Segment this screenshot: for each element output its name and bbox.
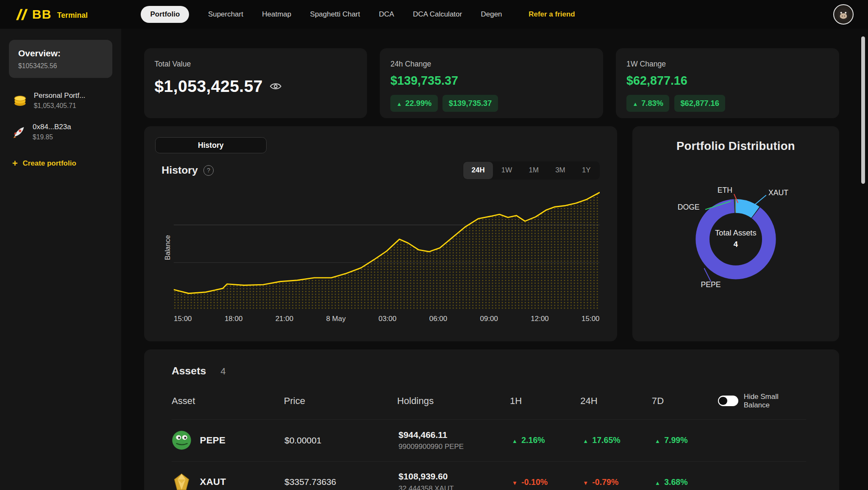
portfolio-texts: Personal Portf... $1,053,405.71 [34, 91, 86, 110]
slice-label-xaut: XAUT [768, 188, 788, 197]
nav-item-dca[interactable]: DCA [379, 10, 394, 19]
sidebar-item-overview[interactable]: Overview: $1053425.56 [9, 40, 112, 78]
nav-item-degen[interactable]: Degen [481, 10, 502, 19]
up-triangle-icon [512, 435, 517, 445]
refer-a-friend-link[interactable]: Refer a friend [529, 10, 575, 19]
change-1w-value: $62,877.16 [626, 74, 829, 88]
nav-item-portfolio[interactable]: Portfolio [141, 6, 189, 23]
distribution-title: Portfolio Distribution [645, 139, 826, 153]
range-1m[interactable]: 1M [520, 162, 547, 179]
asset-price: $3357.73636 [284, 477, 398, 487]
history-tab[interactable]: History [155, 137, 267, 154]
logo-suffix: Terminal [57, 11, 88, 20]
x-tick: 8 May [326, 315, 345, 323]
change-24h-label: 24h Change [390, 60, 593, 69]
up-triangle-icon [632, 99, 638, 108]
slice-label-eth: ETH [718, 186, 732, 195]
range-3m[interactable]: 3M [547, 162, 574, 179]
slice-label-pepe: PEPE [701, 280, 721, 289]
assets-title: Assets [172, 365, 206, 377]
plus-icon: + [12, 159, 18, 168]
help-icon[interactable]: ? [203, 165, 214, 175]
line-chart-plot [174, 185, 599, 310]
total-value-card: Total Value $1,053,425.57 [144, 48, 367, 119]
history-chart[interactable]: Balance [161, 185, 599, 310]
col-price: Price [284, 396, 397, 407]
portfolio-distribution-card: Portfolio Distribution Total Assets 4 ET… [632, 126, 839, 341]
nav-item-spaghetti-chart[interactable]: Spaghetti Chart [310, 10, 360, 19]
asset-symbol: PEPE [200, 435, 225, 446]
top-nav: BB Terminal Portfolio Superchart Heatmap… [0, 0, 868, 29]
change-1w-label: 1W Change [626, 60, 829, 69]
up-triangle-icon [655, 477, 660, 487]
summary-row: Total Value $1,053,425.57 24h Change $13… [144, 48, 840, 119]
logo-text: BB [32, 7, 52, 22]
nav-menu: Portfolio Superchart Heatmap Spaghetti C… [141, 6, 575, 23]
history-card: History History ? 24H 1W 1M 3M 1Y B [144, 126, 618, 341]
user-avatar[interactable] [833, 4, 854, 25]
change-1h: -0.10% [512, 477, 583, 487]
assets-table-header: Asset Price Holdings 1H 24H 7D Hide Smal… [172, 393, 806, 420]
portfolio-value: $19.85 [33, 133, 71, 141]
eye-icon[interactable] [270, 82, 282, 91]
nav-item-heatmap[interactable]: Heatmap [262, 10, 291, 19]
range-1w[interactable]: 1W [493, 162, 520, 179]
up-triangle-icon [583, 435, 588, 445]
table-row-pepe[interactable]: PEPE $0.00001 $944,466.11 99009900990 PE… [172, 420, 806, 462]
logo[interactable]: BB Terminal [14, 7, 88, 22]
portfolio-name: 0x84...B23a [33, 123, 71, 131]
app-root: BB Terminal Portfolio Superchart Heatmap… [0, 0, 868, 490]
col-7d: 7D [652, 396, 718, 407]
nav-item-dca-calculator[interactable]: DCA Calculator [413, 10, 462, 19]
y-axis-label: Balance [164, 235, 172, 260]
create-portfolio-label: Create portfolio [22, 159, 76, 168]
change-24h-pct-badge: 22.99% [390, 95, 437, 112]
donut-chart[interactable]: Total Assets 4 ETH XAUT DOGE PEPE [645, 158, 826, 324]
x-tick: 06:00 [429, 315, 447, 323]
sidebar: Overview: $1053425.56 Personal Portf... … [0, 29, 121, 490]
page-scrollbar[interactable] [861, 36, 865, 183]
range-selector: 24H 1W 1M 3M 1Y [463, 161, 600, 180]
portfolio-value: $1,053,405.71 [34, 102, 86, 110]
change-1w-card: 1W Change $62,877.16 7.83% $62,877.16 [616, 48, 839, 119]
nav-item-superchart[interactable]: Superchart [208, 10, 243, 19]
range-24h[interactable]: 24H [463, 162, 493, 179]
change-7d: 7.99% [655, 435, 721, 445]
x-tick: 15:00 [581, 315, 599, 323]
coins-icon [12, 94, 28, 107]
sidebar-item-personal-portfolio[interactable]: Personal Portf... $1,053,405.71 [12, 91, 109, 110]
col-24h: 24H [580, 396, 652, 407]
hide-small-balance-toggle[interactable] [718, 396, 738, 406]
xaut-avatar [172, 472, 192, 490]
total-assets-label: Total Assets [645, 228, 826, 238]
down-triangle-icon [583, 477, 588, 487]
asset-holdings: $108,939.60 32.444358 XAUT [398, 471, 512, 490]
up-triangle-icon [655, 435, 660, 445]
asset-symbol: XAUT [200, 476, 226, 487]
donut-center: Total Assets 4 [645, 228, 826, 249]
main-content: Total Value $1,053,425.57 24h Change $13… [121, 29, 868, 490]
total-assets-count: 4 [645, 240, 826, 249]
change-24h-value: $139,735.37 [390, 74, 593, 88]
asset-price: $0.00001 [284, 435, 398, 446]
change-1h: 2.16% [512, 435, 583, 445]
col-1h: 1H [510, 396, 580, 407]
change-24h-card: 24h Change $139,735.37 22.99% $139,735.3… [380, 48, 603, 119]
change-24h: -0.79% [583, 477, 655, 487]
history-title: History [161, 164, 198, 176]
assets-count: 4 [220, 366, 225, 377]
x-tick: 15:00 [174, 315, 192, 323]
create-portfolio-button[interactable]: + Create portfolio [12, 159, 109, 168]
change-1w-pct-badge: 7.83% [626, 95, 669, 112]
logo-mark [14, 8, 29, 21]
range-1y[interactable]: 1Y [573, 162, 599, 179]
table-row-xaut[interactable]: XAUT $3357.73636 $108,939.60 32.444358 X… [172, 462, 806, 490]
change-1w-abs-badge: $62,877.16 [674, 95, 725, 112]
x-axis-ticks: 15:00 18:00 21:00 8 May 03:00 06:00 09:0… [174, 315, 599, 323]
portfolio-texts: 0x84...B23a $19.85 [33, 123, 71, 141]
mid-row: History History ? 24H 1W 1M 3M 1Y B [144, 126, 840, 341]
rocket-icon [12, 125, 27, 138]
slice-label-doge: DOGE [678, 203, 700, 212]
up-triangle-icon [397, 99, 402, 108]
sidebar-item-wallet[interactable]: 0x84...B23a $19.85 [12, 123, 109, 141]
